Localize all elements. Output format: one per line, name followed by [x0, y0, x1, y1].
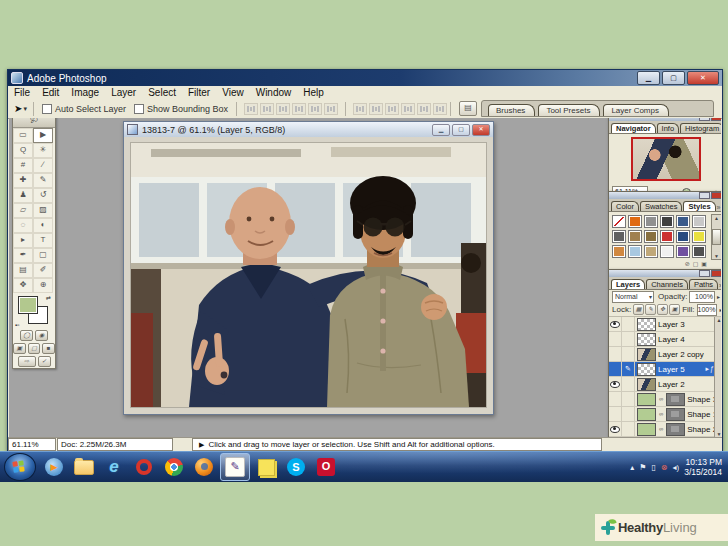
jump-to-imageready-button[interactable]: ⇨✓ — [13, 355, 55, 368]
tab-color[interactable]: Color — [611, 201, 639, 211]
layer-name[interactable]: Layer 2 copy — [658, 350, 704, 359]
action-center-flag-icon[interactable]: ⚑ — [639, 463, 646, 472]
tool-shape-icon[interactable]: ▢ — [33, 248, 53, 263]
layers-scrollbar[interactable]: ▲ ▼ — [714, 317, 721, 437]
tool-brush-icon[interactable]: ✎ — [33, 173, 53, 188]
tool-lasso-icon[interactable]: Q — [13, 143, 33, 158]
taskbar-opera-red[interactable]: O — [312, 454, 340, 480]
layer-thumbnail[interactable] — [637, 318, 656, 331]
layer-row[interactable]: ∞ Shape 2 — [609, 422, 721, 437]
taskbar-skype[interactable]: S — [282, 454, 310, 480]
tool-notes-icon[interactable]: ▤ — [13, 263, 33, 278]
new-style-icon[interactable]: ▢ — [693, 260, 699, 267]
zoom-field[interactable]: 61.11% — [8, 438, 56, 451]
auto-select-layer-checkbox[interactable]: Auto Select Layer — [42, 104, 126, 114]
taskbar-opera[interactable] — [130, 454, 158, 480]
visibility-eye-icon[interactable] — [610, 381, 620, 388]
menu-filter[interactable]: Filter — [182, 87, 216, 98]
tool-eraser-icon[interactable]: ▱ — [13, 203, 33, 218]
lock-position-icon[interactable]: ✥ — [657, 304, 668, 315]
vector-mask-thumbnail[interactable] — [666, 393, 685, 406]
start-button[interactable] — [4, 453, 36, 481]
layer-row[interactable]: Layer 2 — [609, 377, 721, 392]
layer-name[interactable]: Shape 1 — [687, 410, 715, 419]
panel-menu-icon[interactable]: » — [717, 204, 721, 211]
style-swatch[interactable] — [692, 215, 706, 228]
checkbox-icon[interactable] — [134, 104, 144, 114]
layer-row[interactable]: Layer 4 — [609, 332, 721, 347]
clock[interactable]: 10:13 PM 3/15/2014 — [684, 457, 722, 477]
menu-select[interactable]: Select — [142, 87, 182, 98]
visibility-eye-icon[interactable] — [610, 321, 620, 328]
minimize-button[interactable]: ▁ — [637, 71, 660, 85]
tab-navigator[interactable]: Navigator — [611, 123, 656, 133]
taskbar-firefox[interactable] — [190, 454, 218, 480]
menu-window[interactable]: Window — [250, 87, 298, 98]
menu-file[interactable]: File — [8, 87, 36, 98]
fill-arrow-icon[interactable]: ▸ — [719, 306, 721, 313]
layer-row[interactable]: ✎ Layer 5 ▸ƒ — [609, 362, 721, 377]
layer-thumbnail[interactable] — [637, 363, 656, 376]
vector-mask-thumbnail[interactable] — [666, 408, 685, 421]
tab-layers[interactable]: Layers — [611, 279, 645, 289]
style-swatch[interactable] — [628, 245, 642, 258]
tool-hand-icon[interactable]: ✥ — [13, 278, 33, 293]
style-swatch[interactable] — [676, 215, 690, 228]
navigator-proxy-view[interactable] — [631, 137, 701, 181]
doc-maximize-button[interactable]: ▢ — [452, 124, 470, 136]
taskbar-sticky-notes[interactable] — [252, 454, 280, 480]
style-swatch[interactable] — [644, 245, 658, 258]
style-swatch[interactable] — [660, 245, 674, 258]
layer-name[interactable]: Layer 2 — [658, 380, 685, 389]
layer-thumbnail[interactable] — [637, 348, 656, 361]
tool-dodge-icon[interactable]: ◐ — [33, 218, 53, 233]
tool-history-brush-icon[interactable]: ↺ — [33, 188, 53, 203]
layer-thumbnail[interactable] — [637, 333, 656, 346]
tool-pen-icon[interactable]: ✒ — [13, 248, 33, 263]
style-swatch[interactable] — [612, 245, 626, 258]
fill-field[interactable]: 100% — [697, 304, 718, 316]
lock-image-icon[interactable]: ✎ — [645, 304, 656, 315]
style-swatch[interactable] — [644, 230, 658, 243]
scroll-up-icon[interactable]: ▲ — [717, 317, 721, 323]
style-swatch[interactable] — [660, 230, 674, 243]
network-alert-icon[interactable]: ⊗ — [661, 463, 668, 472]
style-swatch[interactable] — [676, 230, 690, 243]
panel-menu-icon[interactable]: » — [719, 282, 721, 289]
style-swatch[interactable] — [612, 230, 626, 243]
shape-fill-thumbnail[interactable] — [637, 393, 656, 406]
palette-close-icon[interactable] — [711, 270, 721, 277]
well-tab-brushes[interactable]: Brushes — [488, 104, 535, 116]
default-colors-icon[interactable]: ▪▫ — [15, 322, 19, 328]
tool-crop-icon[interactable]: # — [13, 158, 33, 173]
layer-thumbnail[interactable] — [637, 378, 656, 391]
layer-row[interactable]: Layer 3 — [609, 317, 721, 332]
style-swatch[interactable] — [692, 245, 706, 258]
scroll-up-icon[interactable]: ▲ — [714, 215, 719, 221]
palette-minimize-icon[interactable] — [699, 192, 710, 199]
document-titlebar[interactable]: 13813-7 @ 61.1% (Layer 5, RGB/8) ▁ ▢ ✕ — [124, 122, 493, 138]
vector-mask-thumbnail[interactable] — [666, 423, 685, 436]
layer-name[interactable]: Layer 5 — [658, 365, 685, 374]
blend-mode-dropdown[interactable]: Normal▾ — [612, 291, 654, 303]
file-browser-button[interactable]: ▤ — [459, 101, 477, 116]
layer-name[interactable]: Layer 4 — [658, 335, 685, 344]
tab-channels[interactable]: Channels — [646, 279, 688, 289]
tab-histogram[interactable]: Histogram — [680, 123, 721, 133]
tool-path-selection-icon[interactable]: ▸ — [13, 233, 33, 248]
power-icon[interactable]: ▯ — [651, 463, 655, 472]
palette-minimize-icon[interactable] — [699, 270, 710, 277]
show-bounding-box-checkbox[interactable]: Show Bounding Box — [134, 104, 228, 114]
close-button[interactable]: ✕ — [687, 71, 719, 85]
app-titlebar[interactable]: Adobe Photoshop ▁ ▢ ✕ — [8, 70, 722, 86]
tool-rectangular-marquee-icon[interactable]: ▭ — [13, 128, 33, 143]
menu-image[interactable]: Image — [65, 87, 105, 98]
photo-canvas[interactable] — [130, 142, 487, 408]
distribute-buttons[interactable] — [353, 103, 447, 115]
taskbar-file-explorer[interactable] — [70, 454, 98, 480]
quick-mask-buttons[interactable]: ◯◉ — [13, 329, 55, 342]
style-swatch[interactable] — [644, 215, 658, 228]
checkbox-icon[interactable] — [42, 104, 52, 114]
palette-close-icon[interactable] — [711, 118, 721, 121]
foreground-color-swatch[interactable] — [18, 296, 38, 314]
